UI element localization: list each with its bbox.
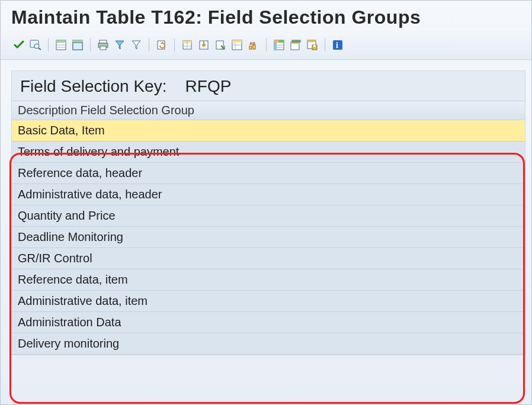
svg-rect-26: [253, 45, 255, 49]
toolbar-separator: [174, 38, 175, 52]
column-header: Description Field Selection Group: [12, 101, 525, 120]
table-row[interactable]: Administration Data: [12, 312, 525, 333]
layout-select-icon[interactable]: [288, 38, 303, 52]
field-selection-key-value: RFQP: [185, 77, 232, 95]
export-word-icon[interactable]: [196, 38, 211, 52]
svg-rect-21: [232, 40, 242, 43]
checkmark-icon[interactable]: [11, 38, 27, 52]
table-row[interactable]: Reference data, item: [12, 269, 525, 291]
refresh-icon[interactable]: [154, 38, 169, 52]
table-row[interactable]: Terms of delivery and payment: [12, 142, 525, 163]
svg-rect-28: [274, 40, 279, 43]
toolbar-separator: [325, 38, 325, 52]
table-all-icon[interactable]: [70, 38, 85, 52]
svg-rect-4: [56, 40, 66, 43]
table-row[interactable]: Basic Data, Item: [12, 120, 525, 142]
table-row[interactable]: GR/IR Control: [12, 248, 525, 269]
toolbar: AB i: [1, 32, 531, 60]
toolbar-separator: [149, 38, 149, 52]
svg-rect-10: [100, 40, 107, 43]
table-row[interactable]: Delivery monitoring: [12, 333, 525, 355]
content-pane: Field Selection Key: RFQP Description Fi…: [11, 70, 525, 355]
table-row[interactable]: Deadline Monitoring: [12, 227, 525, 248]
svg-line-2: [39, 48, 41, 50]
table-row[interactable]: Reference data, header: [12, 163, 525, 184]
svg-rect-8: [73, 40, 82, 43]
field-selection-key-label: Field Selection Key:: [20, 77, 166, 95]
table-row[interactable]: Administrative data, header: [12, 184, 525, 205]
layout-change-icon[interactable]: [271, 38, 287, 52]
svg-rect-29: [279, 40, 284, 43]
filter-icon[interactable]: [129, 38, 144, 52]
field-selection-key-header: Field Selection Key: RFQP: [12, 71, 525, 101]
graphic-icon[interactable]: AB: [246, 38, 261, 52]
page-title: Maintain Table T162: Field Selection Gro…: [11, 7, 521, 28]
info-icon[interactable]: i: [330, 38, 345, 52]
details-icon[interactable]: [28, 38, 43, 52]
app-window: Maintain Table T162: Field Selection Gro…: [0, 0, 532, 405]
selection-group-grid: Basic Data, ItemTerms of delivery and pa…: [12, 120, 525, 355]
toolbar-separator: [266, 38, 267, 52]
table-row[interactable]: Administrative data, item: [12, 291, 525, 312]
titlebar: Maintain Table T162: Field Selection Gro…: [1, 1, 531, 32]
svg-rect-37: [307, 40, 316, 42]
toolbar-separator: [48, 38, 49, 52]
table-row[interactable]: Quantity and Price: [12, 205, 525, 227]
toolbar-separator: [90, 38, 91, 52]
svg-rect-35: [292, 40, 300, 42]
svg-rect-30: [274, 43, 277, 50]
layout-save-icon[interactable]: [305, 38, 320, 52]
svg-rect-39: [313, 45, 316, 47]
svg-rect-12: [100, 46, 106, 50]
abc-sort-icon[interactable]: [229, 38, 245, 52]
svg-rect-25: [249, 46, 252, 49]
export-xls-icon[interactable]: [180, 38, 195, 52]
export-local-icon[interactable]: [213, 38, 228, 52]
filter-down-icon[interactable]: [112, 38, 127, 52]
svg-rect-9: [73, 43, 82, 50]
svg-point-1: [34, 44, 39, 49]
print-icon[interactable]: [95, 38, 111, 52]
svg-text:i: i: [336, 41, 338, 50]
table-select-icon[interactable]: [53, 38, 69, 52]
